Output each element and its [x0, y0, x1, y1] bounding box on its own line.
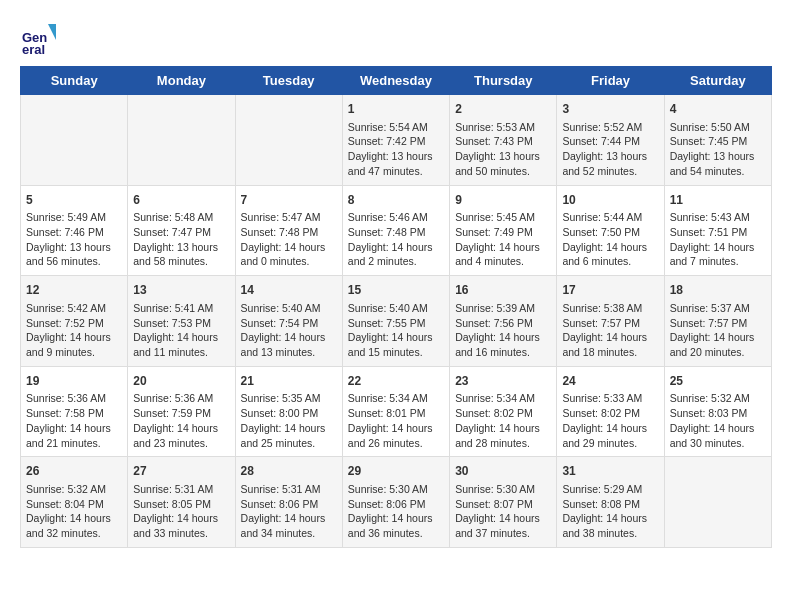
calendar-cell: 20Sunrise: 5:36 AMSunset: 7:59 PMDayligh… — [128, 366, 235, 457]
day-info-line: Sunrise: 5:40 AM — [348, 301, 444, 316]
calendar-week-5: 26Sunrise: 5:32 AMSunset: 8:04 PMDayligh… — [21, 457, 772, 548]
day-info-line: and 56 minutes. — [26, 254, 122, 269]
day-info-line: Sunset: 7:53 PM — [133, 316, 229, 331]
calendar-cell: 3Sunrise: 5:52 AMSunset: 7:44 PMDaylight… — [557, 95, 664, 186]
day-info-line: Sunset: 8:06 PM — [348, 497, 444, 512]
day-number: 29 — [348, 463, 444, 480]
day-number: 9 — [455, 192, 551, 209]
day-info-line: Daylight: 14 hours — [562, 511, 658, 526]
day-info-line: and 9 minutes. — [26, 345, 122, 360]
day-info-line: Sunrise: 5:37 AM — [670, 301, 766, 316]
calendar-cell — [128, 95, 235, 186]
calendar-cell — [235, 95, 342, 186]
day-info-line: Sunset: 8:04 PM — [26, 497, 122, 512]
day-info-line: Daylight: 14 hours — [133, 421, 229, 436]
day-info-line: and 4 minutes. — [455, 254, 551, 269]
day-number: 24 — [562, 373, 658, 390]
day-info-line: Sunset: 7:50 PM — [562, 225, 658, 240]
calendar-cell: 1Sunrise: 5:54 AMSunset: 7:42 PMDaylight… — [342, 95, 449, 186]
logo: Gen eral — [20, 20, 60, 56]
day-info-line: Daylight: 14 hours — [562, 330, 658, 345]
col-header-monday: Monday — [128, 67, 235, 95]
day-info-line: Sunset: 7:43 PM — [455, 134, 551, 149]
logo-icon: Gen eral — [20, 20, 56, 56]
day-number: 3 — [562, 101, 658, 118]
calendar-cell: 9Sunrise: 5:45 AMSunset: 7:49 PMDaylight… — [450, 185, 557, 276]
day-info-line: and 2 minutes. — [348, 254, 444, 269]
day-info-line: Daylight: 14 hours — [348, 330, 444, 345]
calendar-cell: 16Sunrise: 5:39 AMSunset: 7:56 PMDayligh… — [450, 276, 557, 367]
day-number: 25 — [670, 373, 766, 390]
day-number: 11 — [670, 192, 766, 209]
day-info-line: and 33 minutes. — [133, 526, 229, 541]
day-info-line: Daylight: 13 hours — [133, 240, 229, 255]
day-info-line: Sunrise: 5:44 AM — [562, 210, 658, 225]
day-info-line: and 30 minutes. — [670, 436, 766, 451]
day-info-line: Sunset: 7:49 PM — [455, 225, 551, 240]
day-info-line: Daylight: 14 hours — [562, 240, 658, 255]
day-number: 22 — [348, 373, 444, 390]
day-info-line: Sunrise: 5:31 AM — [241, 482, 337, 497]
day-number: 21 — [241, 373, 337, 390]
calendar-cell: 30Sunrise: 5:30 AMSunset: 8:07 PMDayligh… — [450, 457, 557, 548]
day-info-line: and 32 minutes. — [26, 526, 122, 541]
day-number: 19 — [26, 373, 122, 390]
day-info-line: and 7 minutes. — [670, 254, 766, 269]
calendar-cell — [664, 457, 771, 548]
day-number: 31 — [562, 463, 658, 480]
calendar-cell: 21Sunrise: 5:35 AMSunset: 8:00 PMDayligh… — [235, 366, 342, 457]
day-info-line: Sunset: 7:46 PM — [26, 225, 122, 240]
day-info-line: Sunset: 7:57 PM — [670, 316, 766, 331]
calendar-table: SundayMondayTuesdayWednesdayThursdayFrid… — [20, 66, 772, 548]
col-header-sunday: Sunday — [21, 67, 128, 95]
day-number: 1 — [348, 101, 444, 118]
day-number: 6 — [133, 192, 229, 209]
day-info-line: Daylight: 14 hours — [348, 240, 444, 255]
day-info-line: Daylight: 13 hours — [562, 149, 658, 164]
day-info-line: and 28 minutes. — [455, 436, 551, 451]
col-header-tuesday: Tuesday — [235, 67, 342, 95]
calendar-cell: 28Sunrise: 5:31 AMSunset: 8:06 PMDayligh… — [235, 457, 342, 548]
day-info-line: Sunset: 7:59 PM — [133, 406, 229, 421]
day-info-line: Sunrise: 5:50 AM — [670, 120, 766, 135]
day-info-line: Daylight: 14 hours — [670, 421, 766, 436]
day-info-line: Sunrise: 5:36 AM — [133, 391, 229, 406]
day-info-line: and 38 minutes. — [562, 526, 658, 541]
day-info-line: Daylight: 14 hours — [348, 511, 444, 526]
day-info-line: Daylight: 14 hours — [26, 421, 122, 436]
day-info-line: Sunset: 7:55 PM — [348, 316, 444, 331]
day-info-line: and 0 minutes. — [241, 254, 337, 269]
day-info-line: Daylight: 14 hours — [133, 511, 229, 526]
day-info-line: Sunset: 8:02 PM — [562, 406, 658, 421]
day-number: 5 — [26, 192, 122, 209]
day-info-line: Sunrise: 5:36 AM — [26, 391, 122, 406]
day-info-line: Sunset: 8:00 PM — [241, 406, 337, 421]
day-number: 18 — [670, 282, 766, 299]
day-info-line: and 21 minutes. — [26, 436, 122, 451]
calendar-cell: 13Sunrise: 5:41 AMSunset: 7:53 PMDayligh… — [128, 276, 235, 367]
day-number: 16 — [455, 282, 551, 299]
day-info-line: and 6 minutes. — [562, 254, 658, 269]
calendar-cell: 12Sunrise: 5:42 AMSunset: 7:52 PMDayligh… — [21, 276, 128, 367]
day-info-line: Sunrise: 5:30 AM — [348, 482, 444, 497]
col-header-friday: Friday — [557, 67, 664, 95]
calendar-cell: 26Sunrise: 5:32 AMSunset: 8:04 PMDayligh… — [21, 457, 128, 548]
day-number: 12 — [26, 282, 122, 299]
day-info-line: Daylight: 14 hours — [455, 511, 551, 526]
calendar-cell: 23Sunrise: 5:34 AMSunset: 8:02 PMDayligh… — [450, 366, 557, 457]
day-info-line: Sunset: 8:07 PM — [455, 497, 551, 512]
day-info-line: Sunset: 7:57 PM — [562, 316, 658, 331]
day-number: 30 — [455, 463, 551, 480]
calendar-cell: 19Sunrise: 5:36 AMSunset: 7:58 PMDayligh… — [21, 366, 128, 457]
day-number: 27 — [133, 463, 229, 480]
day-info-line: Sunset: 7:54 PM — [241, 316, 337, 331]
calendar-cell: 22Sunrise: 5:34 AMSunset: 8:01 PMDayligh… — [342, 366, 449, 457]
calendar-cell: 7Sunrise: 5:47 AMSunset: 7:48 PMDaylight… — [235, 185, 342, 276]
day-info-line: Sunrise: 5:32 AM — [26, 482, 122, 497]
col-header-thursday: Thursday — [450, 67, 557, 95]
day-info-line: Sunrise: 5:45 AM — [455, 210, 551, 225]
day-info-line: Daylight: 13 hours — [455, 149, 551, 164]
day-info-line: and 54 minutes. — [670, 164, 766, 179]
day-info-line: Daylight: 14 hours — [348, 421, 444, 436]
day-info-line: Daylight: 14 hours — [241, 511, 337, 526]
